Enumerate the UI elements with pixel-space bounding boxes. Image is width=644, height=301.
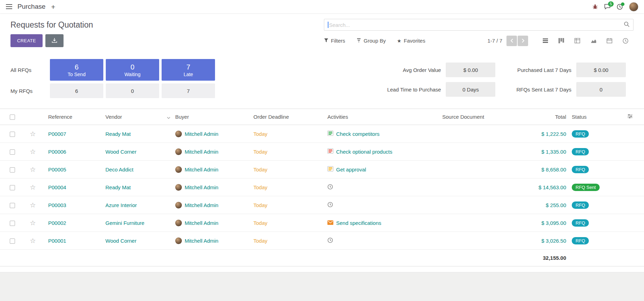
messages-icon[interactable]: 5	[604, 4, 610, 9]
reference-link[interactable]: P00004	[48, 184, 66, 190]
debug-bug-icon[interactable]	[592, 4, 598, 9]
sort-caret-icon[interactable]	[167, 114, 170, 120]
kpi-label-rfqs-sent-7d: RFQs Sent Last 7 Days	[516, 87, 571, 93]
activity-clock-icon[interactable]	[327, 237, 333, 244]
calendar-view-icon[interactable]	[601, 35, 617, 47]
vendor-link[interactable]: Ready Mat	[105, 184, 131, 190]
search-icon[interactable]	[624, 21, 630, 29]
row-checkbox[interactable]	[10, 203, 15, 208]
my-waiting-count[interactable]: 0	[106, 83, 159, 98]
filters-button[interactable]: Filters	[324, 38, 345, 44]
header-reference[interactable]: Reference	[41, 109, 103, 125]
vendor-link[interactable]: Azure Interior	[105, 202, 137, 208]
favorite-star-icon[interactable]: ☆	[30, 166, 36, 173]
row-checkbox[interactable]	[10, 185, 15, 190]
user-avatar[interactable]	[629, 2, 638, 12]
vendor-link[interactable]: Ready Mat	[105, 131, 131, 137]
pager-next-button[interactable]	[518, 36, 528, 46]
app-name[interactable]: Purchase	[17, 3, 45, 10]
favorite-star-icon[interactable]: ☆	[30, 201, 36, 209]
row-checkbox[interactable]	[10, 238, 15, 244]
table-row[interactable]: ☆ P00003 Azure Interior Mitchell Admin T…	[0, 196, 644, 214]
graph-view-icon[interactable]	[585, 35, 601, 47]
row-checkbox[interactable]	[10, 221, 15, 226]
favorites-button[interactable]: ★ Favorites	[397, 38, 425, 44]
tile-late[interactable]: 7 Late	[162, 59, 215, 81]
header-status[interactable]: Status	[569, 109, 616, 125]
list-view-icon[interactable]	[537, 35, 553, 47]
reference-link[interactable]: P00006	[48, 149, 66, 155]
buyer-link[interactable]: Mitchell Admin	[185, 167, 219, 172]
activity-view-icon[interactable]	[617, 35, 634, 47]
reference-link[interactable]: P00002	[48, 220, 66, 226]
activity-mail-icon[interactable]	[327, 220, 333, 226]
buyer-link[interactable]: Mitchell Admin	[185, 184, 219, 190]
header-buyer[interactable]: Buyer	[172, 109, 251, 125]
activities-clock-icon[interactable]	[617, 4, 623, 10]
activity-label[interactable]: Get approval	[336, 167, 366, 172]
export-download-button[interactable]	[45, 34, 64, 47]
vendor-link[interactable]: Wood Corner	[105, 149, 136, 155]
table-row[interactable]: ☆ P00004 Ready Mat Mitchell Admin Today …	[0, 178, 644, 196]
create-button[interactable]: CREATE	[10, 34, 43, 47]
header-total[interactable]: Total	[526, 109, 569, 125]
optional-columns-button[interactable]	[616, 109, 644, 125]
favorite-star-icon[interactable]: ☆	[30, 130, 36, 138]
group-by-button[interactable]: Group By	[356, 38, 386, 44]
vendor-link[interactable]: Wood Corner	[105, 238, 136, 244]
table-row[interactable]: ☆ P00001 Wood Corner Mitchell Admin Toda…	[0, 232, 644, 250]
buyer-link[interactable]: Mitchell Admin	[185, 149, 219, 155]
vendor-link[interactable]: Gemini Furniture	[105, 220, 145, 226]
favorite-star-icon[interactable]: ☆	[30, 184, 36, 191]
table-row[interactable]: ☆ P00006 Wood Corner Mitchell Admin Toda…	[0, 143, 644, 161]
table-row[interactable]: ☆ P00005 Deco Addict Mitchell Admin Toda…	[0, 161, 644, 178]
search-bar[interactable]	[324, 19, 634, 31]
tile-label: Late	[184, 72, 193, 77]
vendor-link[interactable]: Deco Addict	[105, 167, 133, 172]
activity-label[interactable]: Check competitors	[336, 131, 379, 137]
header-source-document[interactable]: Source Document	[439, 109, 526, 125]
buyer-link[interactable]: Mitchell Admin	[185, 220, 219, 226]
favorite-star-icon[interactable]: ☆	[30, 237, 36, 244]
favorite-star-icon[interactable]: ☆	[30, 148, 36, 155]
reference-link[interactable]: P00007	[48, 131, 66, 137]
header-activities[interactable]: Activities	[325, 109, 439, 125]
activity-list-icon[interactable]	[327, 148, 333, 155]
buyer-avatar	[175, 166, 182, 173]
activity-list-icon[interactable]	[327, 166, 333, 172]
table-row[interactable]: ☆ P00002 Gemini Furniture Mitchell Admin…	[0, 214, 644, 232]
pivot-view-icon[interactable]	[569, 35, 585, 47]
plus-icon[interactable]: +	[51, 3, 55, 10]
favorite-star-icon[interactable]: ☆	[30, 219, 36, 227]
buyer-avatar	[175, 220, 182, 226]
row-checkbox[interactable]	[10, 132, 15, 137]
kanban-view-icon[interactable]	[553, 35, 569, 47]
buyer-link[interactable]: Mitchell Admin	[185, 202, 219, 208]
reference-link[interactable]: P00001	[48, 238, 66, 244]
tile-waiting[interactable]: 0 Waiting	[106, 59, 159, 81]
select-all-checkbox[interactable]	[10, 115, 15, 120]
tile-to-send[interactable]: 6 To Send	[50, 59, 103, 81]
pager-previous-button[interactable]	[506, 36, 517, 46]
reference-link[interactable]: P00005	[48, 167, 66, 172]
buyer-link[interactable]: Mitchell Admin	[185, 238, 219, 244]
activity-label[interactable]: Send specifications	[336, 220, 381, 226]
view-switcher	[537, 35, 634, 47]
row-checkbox[interactable]	[10, 149, 15, 155]
activity-clock-icon[interactable]	[327, 184, 333, 191]
table-row[interactable]: ☆ P00007 Ready Mat Mitchell Admin Today …	[0, 125, 644, 143]
buyer-link[interactable]: Mitchell Admin	[185, 131, 219, 137]
my-to-send-count[interactable]: 6	[50, 83, 103, 98]
kpi-label-purchased-7d: Purchased Last 7 Days	[516, 67, 571, 73]
apps-menu-icon[interactable]	[6, 4, 13, 9]
search-input[interactable]	[329, 22, 624, 28]
activity-clock-icon[interactable]	[327, 202, 333, 208]
row-checkbox[interactable]	[10, 167, 15, 172]
header-vendor[interactable]: Vendor	[103, 109, 172, 125]
activity-label[interactable]: Check optional products	[336, 149, 392, 155]
my-late-count[interactable]: 7	[162, 83, 215, 98]
header-order-deadline[interactable]: Order Deadline	[251, 109, 325, 125]
activity-list-icon[interactable]	[327, 131, 333, 137]
order-deadline-value: Today	[253, 238, 267, 244]
reference-link[interactable]: P00003	[48, 202, 66, 208]
